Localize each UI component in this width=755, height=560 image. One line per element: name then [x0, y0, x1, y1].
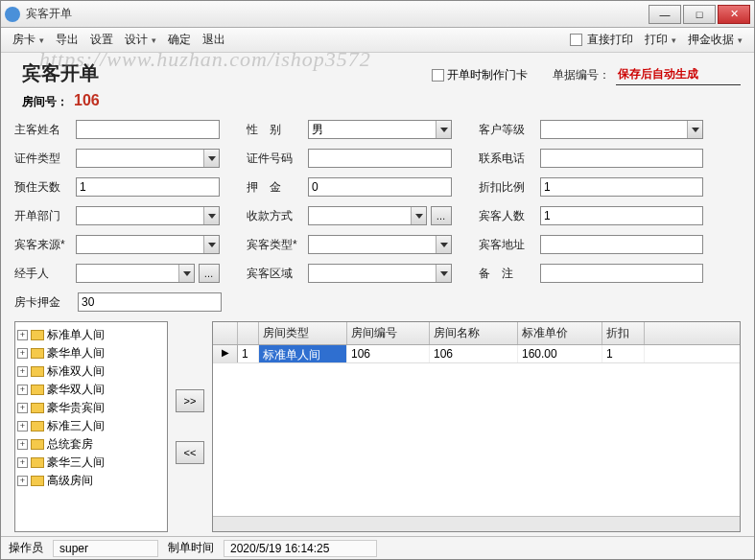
cell-price[interactable]: 160.00 [518, 345, 602, 362]
tree-node[interactable]: +高级房间 [17, 472, 165, 490]
chevron-down-icon[interactable] [411, 207, 426, 224]
customer-level-select[interactable] [540, 120, 703, 139]
label-gender: 性 别 [247, 122, 304, 138]
guest-name-input[interactable] [76, 120, 220, 139]
table-header-roomname[interactable]: 房间名称 [430, 322, 518, 344]
operator-select[interactable] [76, 264, 195, 283]
menu-deposit-receipt[interactable]: 押金收据 [682, 30, 748, 50]
maximize-button[interactable]: □ [683, 5, 716, 24]
menu-exit[interactable]: 退出 [197, 30, 231, 50]
table-header-price[interactable]: 标准单价 [518, 322, 602, 344]
stay-days-input[interactable] [76, 177, 220, 197]
tree-node[interactable]: +豪华三人间 [17, 454, 165, 472]
expand-icon[interactable]: + [17, 366, 28, 377]
card-deposit-input[interactable] [78, 292, 222, 312]
guest-area-select[interactable] [308, 264, 452, 283]
chevron-down-icon[interactable] [436, 236, 451, 253]
expand-icon[interactable]: + [17, 403, 28, 413]
tree-node[interactable]: +标准单人间 [17, 326, 165, 344]
label-operator: 经手人 [14, 266, 72, 282]
discount-input[interactable] [540, 177, 703, 197]
cell-room-name[interactable]: 106 [430, 345, 518, 362]
payment-browse-button[interactable]: … [431, 206, 452, 225]
chevron-down-icon[interactable] [178, 265, 194, 282]
id-number-input[interactable] [308, 149, 452, 168]
operator-browse-button[interactable]: … [199, 264, 220, 283]
remark-input[interactable] [540, 264, 703, 283]
phone-input[interactable] [540, 149, 703, 168]
label-payment: 收款方式 [247, 208, 304, 224]
room-type-tree[interactable]: +标准单人间+豪华单人间+标准双人间+豪华双人间+豪华贵宾间+标准三人间+总统套… [14, 321, 168, 532]
cell-room-type[interactable]: 标准单人间 [259, 345, 347, 362]
order-no-value: 保存后自动生成 [616, 66, 741, 85]
remove-button[interactable]: << [176, 441, 204, 464]
expand-icon[interactable]: + [17, 348, 28, 359]
chevron-down-icon[interactable] [203, 207, 219, 224]
status-operator-label: 操作员 [9, 540, 43, 556]
menu-export[interactable]: 导出 [50, 30, 84, 50]
menu-confirm[interactable]: 确定 [162, 30, 197, 50]
label-guest-type: 宾客类型* [247, 237, 304, 253]
app-icon [5, 7, 20, 22]
horizontal-scrollbar[interactable] [213, 516, 740, 531]
payment-select[interactable] [308, 206, 427, 225]
folder-icon [31, 366, 44, 377]
guest-type-select[interactable] [308, 235, 452, 254]
tree-node[interactable]: +标准双人间 [17, 362, 165, 381]
expand-icon[interactable]: + [17, 476, 28, 486]
label-guest-source: 宾客来源* [14, 237, 72, 253]
chevron-down-icon[interactable] [436, 265, 451, 282]
tree-node-label: 豪华单人间 [47, 345, 105, 362]
status-time-value: 2020/5/19 16:14:25 [224, 540, 377, 557]
table-row[interactable]: ▶ 1 标准单人间 106 106 160.00 1 [213, 345, 740, 363]
table-header-type[interactable]: 房间类型 [259, 322, 347, 344]
label-guest-area: 宾客区域 [247, 266, 304, 282]
close-button[interactable]: ✕ [718, 5, 750, 24]
label-id-type: 证件类型 [14, 151, 72, 167]
room-number: 房间号：106 [14, 92, 741, 120]
department-select[interactable] [76, 206, 220, 225]
menu-settings[interactable]: 设置 [84, 30, 119, 50]
chevron-down-icon[interactable] [203, 150, 219, 167]
chevron-down-icon[interactable] [436, 121, 451, 138]
expand-icon[interactable]: + [17, 439, 28, 450]
tree-node[interactable]: +总统套房 [17, 435, 165, 454]
gender-select[interactable] [308, 120, 452, 139]
page-title: 宾客开单 [14, 58, 99, 92]
cell-room-no[interactable]: 106 [347, 345, 430, 362]
tree-node[interactable]: +标准三人间 [17, 417, 165, 435]
selected-rooms-table: 房间类型 房间编号 房间名称 标准单价 折扣 ▶ 1 标准单人间 106 106… [212, 321, 741, 532]
menu-room-card[interactable]: 房卡 [7, 30, 50, 50]
print-direct-checkbox[interactable]: 直接打印 [564, 30, 639, 50]
add-button[interactable]: >> [176, 389, 204, 412]
id-type-select[interactable] [76, 149, 220, 168]
minimize-button[interactable]: — [649, 5, 681, 24]
checkbox-icon [570, 34, 582, 46]
table-header-discount[interactable]: 折扣 [602, 322, 645, 344]
folder-icon [31, 403, 44, 413]
label-deposit: 押 金 [247, 179, 304, 196]
label-stay-days: 预住天数 [14, 179, 72, 196]
expand-icon[interactable]: + [17, 421, 28, 432]
menu-print[interactable]: 打印 [639, 30, 682, 50]
status-time-label: 制单时间 [168, 540, 214, 556]
expand-icon[interactable]: + [17, 330, 28, 340]
deposit-input[interactable] [308, 177, 452, 197]
expand-icon[interactable]: + [17, 457, 28, 468]
guest-address-input[interactable] [540, 235, 703, 254]
menu-design[interactable]: 设计 [119, 30, 162, 50]
expand-icon[interactable]: + [17, 385, 28, 395]
window-title: 宾客开单 [26, 6, 649, 22]
tree-node[interactable]: +豪华单人间 [17, 344, 165, 362]
tree-node[interactable]: +豪华贵宾间 [17, 399, 165, 417]
tree-node[interactable]: +豪华双人间 [17, 381, 165, 399]
tree-node-label: 豪华三人间 [47, 455, 105, 471]
cell-discount[interactable]: 1 [602, 345, 645, 362]
chevron-down-icon[interactable] [203, 236, 219, 253]
table-header-roomno[interactable]: 房间编号 [347, 322, 430, 344]
make-door-card-checkbox[interactable]: 开单时制作门卡 [432, 67, 528, 83]
guest-count-input[interactable] [540, 206, 703, 225]
checkbox-icon [432, 69, 444, 82]
guest-source-select[interactable] [76, 235, 220, 254]
chevron-down-icon[interactable] [687, 121, 702, 138]
